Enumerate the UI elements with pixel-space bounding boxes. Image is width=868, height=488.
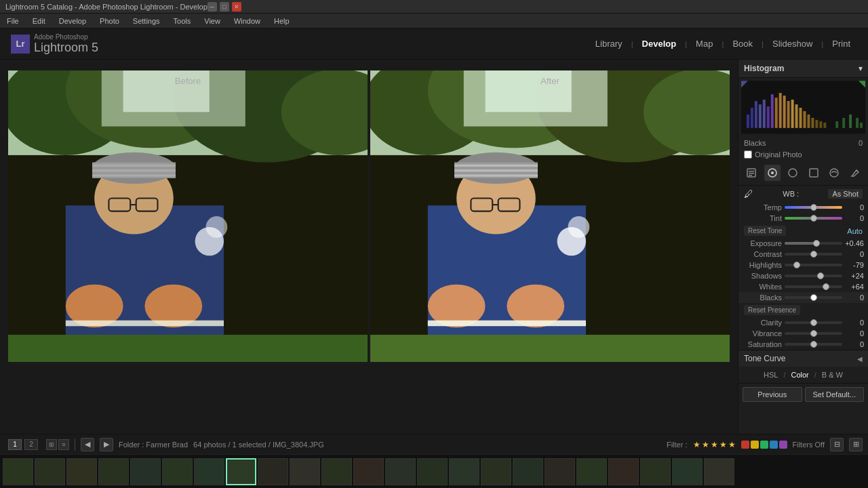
film-thumb-3[interactable] — [66, 458, 97, 485]
red-eye-icon[interactable] — [806, 165, 822, 181]
contrast-thumb[interactable] — [810, 251, 817, 258]
minimize-button[interactable]: ─ — [208, 2, 217, 12]
spot-removal-icon[interactable] — [785, 165, 801, 181]
star-2[interactable]: ★ — [702, 440, 709, 449]
menu-tools[interactable]: Tools — [171, 16, 194, 26]
menu-help[interactable]: Help — [271, 16, 292, 26]
menu-photo[interactable]: Photo — [97, 16, 122, 26]
close-button[interactable]: ✕ — [232, 2, 241, 12]
adjustment-brush-icon[interactable] — [847, 165, 863, 181]
basic-panel-icon[interactable] — [743, 165, 760, 181]
exposure-thumb[interactable] — [813, 240, 820, 247]
film-thumb-11[interactable] — [321, 458, 352, 485]
nav-map[interactable]: Map — [689, 36, 719, 52]
film-thumb-15[interactable] — [449, 458, 479, 485]
color-tab[interactable]: Color — [788, 369, 811, 380]
menu-develop[interactable]: Develop — [56, 16, 89, 26]
whites-thumb[interactable] — [823, 283, 829, 290]
original-photo-checkbox[interactable] — [744, 150, 752, 159]
contrast-slider[interactable] — [785, 253, 842, 256]
green-label[interactable] — [760, 441, 768, 449]
shadows-thumb[interactable] — [817, 272, 824, 279]
film-thumb-16[interactable] — [481, 458, 511, 485]
nav-prev-btn[interactable]: ◀ — [81, 438, 94, 451]
hsl-tab[interactable]: HSL — [761, 369, 781, 380]
histogram-header[interactable]: Histogram ▾ — [738, 60, 868, 78]
nav-next-btn[interactable]: ▶ — [100, 438, 113, 451]
whites-slider[interactable] — [785, 285, 842, 288]
film-thumb-4[interactable] — [98, 458, 129, 485]
nav-library[interactable]: Library — [589, 36, 629, 52]
film-thumb-2[interactable] — [35, 458, 65, 485]
yellow-label[interactable] — [751, 441, 759, 449]
svg-rect-59 — [767, 106, 770, 128]
grid-view-icon[interactable]: ⊞ — [46, 439, 57, 450]
tone-curve-section[interactable]: Tone Curve ◀ — [738, 350, 868, 367]
wb-value-dropdown[interactable]: As Shot — [828, 189, 863, 199]
film-thumb-9[interactable] — [258, 458, 288, 485]
highlights-thumb[interactable] — [793, 262, 800, 268]
film-thumb-20[interactable] — [608, 458, 639, 485]
saturation-slider[interactable] — [785, 343, 842, 346]
menu-settings[interactable]: Settings — [130, 16, 163, 26]
filmstrip-icon[interactable]: ≡ — [58, 439, 69, 450]
menu-window[interactable]: Window — [231, 16, 263, 26]
filmstrip-expand-btn[interactable]: ⊞ — [849, 438, 863, 451]
film-thumb-13[interactable] — [385, 458, 416, 485]
blacks2-thumb[interactable] — [810, 294, 817, 301]
menu-edit[interactable]: Edit — [30, 16, 48, 26]
film-thumb-18[interactable] — [545, 458, 575, 485]
shadows-slider[interactable] — [785, 274, 842, 277]
red-label[interactable] — [741, 441, 749, 449]
temp-slider[interactable] — [785, 206, 842, 209]
highlights-slider[interactable] — [785, 264, 842, 266]
blue-label[interactable] — [770, 441, 778, 449]
tint-thumb[interactable] — [810, 215, 817, 222]
film-thumb-23[interactable] — [704, 458, 734, 485]
nav-develop[interactable]: Develop — [635, 36, 684, 52]
clarity-thumb[interactable] — [810, 319, 817, 326]
reset-presence-button[interactable]: Reset Presence — [744, 305, 800, 315]
nav-slideshow[interactable]: Slideshow — [766, 36, 819, 52]
film-thumb-1[interactable] — [3, 458, 33, 485]
film-thumb-19[interactable] — [576, 458, 607, 485]
film-thumb-selected[interactable] — [226, 458, 256, 485]
auto-button[interactable]: Auto — [847, 227, 863, 235]
film-thumb-10[interactable] — [290, 458, 320, 485]
film-thumb-22[interactable] — [672, 458, 703, 485]
film-thumb-21[interactable] — [640, 458, 671, 485]
nav-book[interactable]: Book — [726, 36, 760, 52]
star-1[interactable]: ★ — [693, 440, 701, 449]
menu-file[interactable]: File — [4, 16, 22, 26]
maximize-button[interactable]: □ — [220, 2, 229, 12]
graduated-filter-icon[interactable] — [826, 165, 842, 181]
star-4[interactable]: ★ — [719, 440, 727, 449]
film-thumb-14[interactable] — [417, 458, 448, 485]
star-3[interactable]: ★ — [711, 440, 718, 449]
nav-print[interactable]: Print — [825, 36, 857, 52]
saturation-value: 0 — [845, 340, 864, 348]
blacks2-slider[interactable] — [785, 296, 842, 299]
film-thumb-5[interactable] — [130, 458, 161, 485]
saturation-thumb[interactable] — [810, 341, 817, 348]
set-default-button[interactable]: Set Default... — [805, 387, 865, 402]
tint-slider[interactable] — [785, 217, 842, 220]
film-thumb-6[interactable] — [162, 458, 193, 485]
exposure-slider[interactable] — [785, 242, 842, 245]
menu-view[interactable]: View — [201, 16, 223, 26]
reset-tone-button[interactable]: Reset Tone — [744, 226, 786, 236]
film-thumb-17[interactable] — [513, 458, 543, 485]
clarity-slider[interactable] — [785, 321, 842, 324]
star-5[interactable]: ★ — [728, 440, 736, 449]
film-thumb-7[interactable] — [194, 458, 224, 485]
temp-thumb[interactable] — [810, 204, 817, 211]
film-thumb-12[interactable] — [353, 458, 384, 485]
vibrance-thumb[interactable] — [810, 330, 817, 337]
purple-label[interactable] — [779, 441, 787, 449]
crop-icon[interactable] — [764, 165, 781, 181]
previous-button[interactable]: Previous — [743, 387, 802, 402]
eyedropper-icon[interactable]: 🖊 — [744, 188, 753, 199]
vibrance-slider[interactable] — [785, 332, 842, 335]
filmstrip-settings-btn[interactable]: ⊟ — [830, 438, 844, 451]
bw-tab[interactable]: B & W — [819, 369, 846, 380]
